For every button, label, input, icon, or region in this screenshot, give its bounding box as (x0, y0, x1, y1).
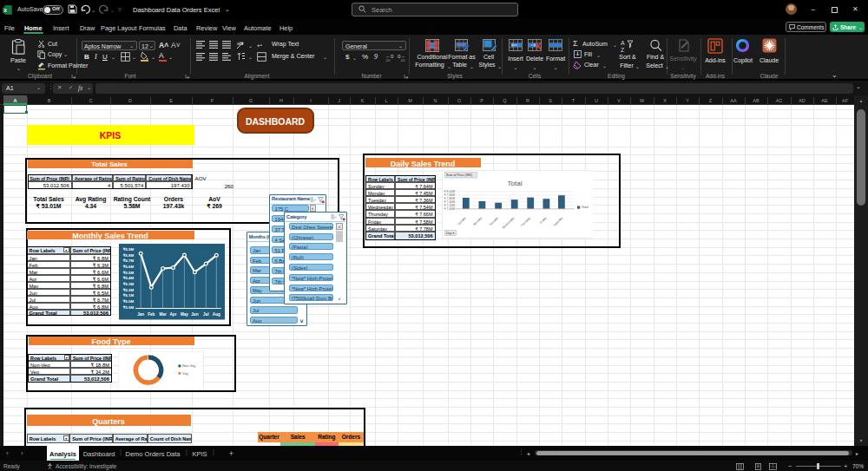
svg-text:Aug: Aug (212, 312, 220, 317)
svg-text:₹6.2M: ₹6.2M (122, 288, 134, 292)
svg-text:A: A (621, 40, 625, 46)
svg-text:₹6.4M: ₹6.4M (122, 276, 134, 280)
svg-text:.00: .00 (385, 58, 391, 62)
svg-text:₹6.1M: ₹6.1M (122, 293, 134, 298)
svg-text:X: X (3, 8, 7, 13)
svg-text:₹6.9M: ₹6.9M (122, 247, 134, 252)
svg-text:Feb: Feb (148, 312, 155, 317)
svg-text:₹6.3M: ₹6.3M (122, 282, 134, 286)
svg-text:ab: ab (237, 41, 243, 46)
svg-text:May: May (180, 312, 187, 317)
svg-text:Total: Total (507, 180, 522, 187)
svg-text:Veg: Veg (182, 370, 188, 375)
svg-text:.00: .00 (400, 58, 405, 62)
svg-text:Z: Z (621, 47, 625, 52)
svg-text:Jun: Jun (191, 312, 198, 317)
svg-text:Non-Veg: Non-Veg (182, 363, 195, 368)
svg-text:₹ 7.00M: ₹ 7.00M (444, 207, 455, 211)
svg-text:₹6.0M: ₹6.0M (122, 299, 134, 304)
svg-text:₹6.8M: ₹6.8M (122, 253, 134, 258)
svg-text:Total: Total (581, 206, 588, 209)
svg-text:₹5.9M: ₹5.9M (122, 305, 134, 310)
svg-text:₹6.6M: ₹6.6M (122, 265, 134, 269)
svg-text:Jul: Jul (202, 312, 208, 317)
svg-text:Sum of Price (INR): Sum of Price (INR) (446, 173, 472, 177)
svg-text:₹6.5M: ₹6.5M (122, 271, 134, 275)
svg-text:Day ▾: Day ▾ (446, 232, 454, 235)
svg-text:₹6.7M: ₹6.7M (122, 258, 134, 263)
svg-text:Jan: Jan (137, 312, 144, 317)
svg-text:Apr: Apr (169, 312, 176, 317)
svg-text:Mar: Mar (159, 312, 166, 317)
